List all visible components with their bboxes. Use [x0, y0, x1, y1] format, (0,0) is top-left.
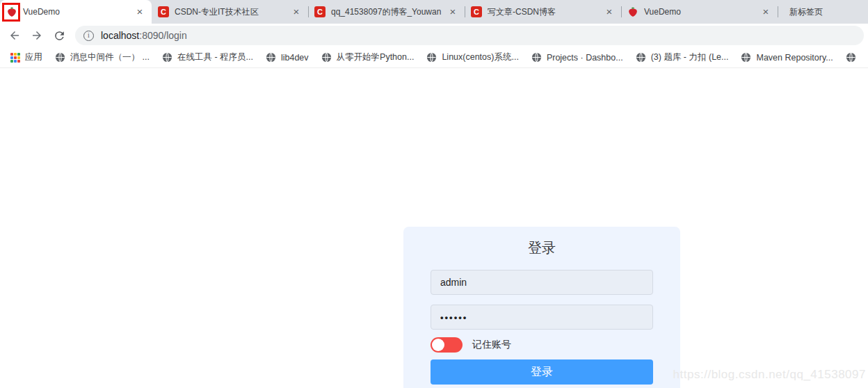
bookmark-item[interactable]: lib4dev	[259, 52, 315, 63]
globe-icon	[531, 52, 542, 63]
apps-shortcut[interactable]: 应用	[4, 51, 49, 63]
tab-strip: VueDemo × C CSDN-专业IT技术社区 × C qq_4153809…	[0, 0, 868, 24]
remember-toggle[interactable]	[431, 337, 463, 353]
remember-label: 记住账号	[472, 339, 511, 351]
url-text[interactable]: localhost:8090/login	[101, 30, 187, 41]
globe-icon	[162, 52, 172, 63]
tab-vuedemo-2[interactable]: VueDemo ×	[621, 0, 778, 24]
close-tab-icon[interactable]: ×	[604, 6, 615, 17]
bookmark-item[interactable]: 消息中间件（一） ...	[49, 51, 156, 63]
globe-icon	[321, 52, 332, 63]
tab-title: VueDemo	[644, 7, 757, 17]
globe-icon	[426, 52, 437, 63]
bookmark-item[interactable]: Projects · Dashbo...	[525, 52, 629, 63]
login-page: 登录 记住账号 登录 https://blog.csdn.net/qq_4153…	[0, 68, 868, 388]
toggle-knob-icon	[432, 339, 444, 351]
bookmark-label: 从零开始学Python...	[337, 51, 415, 63]
close-tab-icon[interactable]: ×	[291, 6, 302, 17]
forward-button[interactable]	[28, 26, 46, 45]
close-tab-icon[interactable]: ×	[447, 6, 458, 17]
globe-icon	[266, 52, 276, 63]
url-host: localhost	[101, 30, 139, 41]
back-button[interactable]	[6, 26, 24, 45]
tab-title: CSDN-专业IT技术社区	[175, 6, 288, 18]
login-title: 登录	[431, 239, 653, 256]
bookmark-label: Linux(centos)系统...	[442, 51, 518, 63]
annotation-box	[2, 3, 20, 22]
bookmark-label: Projects · Dashbo...	[547, 53, 623, 63]
tab-title: 新标签页	[789, 6, 862, 18]
page-info-icon[interactable]: i	[83, 31, 94, 41]
close-tab-icon[interactable]: ×	[760, 6, 771, 17]
globe-icon	[55, 52, 65, 63]
tab-title: VueDemo	[23, 7, 131, 17]
bookmark-item[interactable]: Maven Repository...	[734, 52, 839, 63]
tab-csdn-community[interactable]: C CSDN-专业IT技术社区 ×	[152, 0, 308, 24]
tab-new-tab[interactable]: 新标签页	[778, 0, 868, 24]
username-input[interactable]	[431, 270, 653, 295]
password-input[interactable]	[431, 305, 653, 330]
strawberry-favicon-icon	[6, 6, 17, 17]
strawberry-favicon-icon	[627, 6, 638, 17]
login-card: 登录 记住账号 登录	[403, 227, 680, 388]
csdn-icon: C	[158, 6, 169, 17]
bookmark-item[interactable]: Linux(centos)系统...	[420, 51, 524, 63]
reload-button[interactable]	[50, 26, 68, 45]
apps-label: 应用	[25, 51, 42, 63]
bookmark-item[interactable]: 在线工具 - 程序员...	[156, 51, 259, 63]
tab-qq-blog[interactable]: C qq_41538097的博客_Youwan ×	[308, 0, 465, 24]
browser-toolbar: i localhost:8090/login	[0, 24, 868, 47]
bookmark-item[interactable]: (3) 题库 - 力扣 (Le...	[629, 51, 735, 63]
bookmark-label: (3) 题库 - 力扣 (Le...	[651, 51, 729, 63]
address-bar[interactable]: i localhost:8090/login	[75, 26, 864, 45]
bookmark-label: lib4dev	[281, 53, 309, 63]
csdn-icon: C	[314, 6, 326, 17]
globe-icon	[741, 52, 751, 63]
url-path: :8090/login	[139, 30, 187, 41]
close-tab-icon[interactable]: ×	[134, 6, 145, 17]
bookmark-label: 消息中间件（一） ...	[70, 51, 150, 63]
login-button[interactable]: 登录	[431, 359, 653, 385]
bookmark-item[interactable]	[839, 52, 867, 63]
tab-title: qq_41538097的博客_Youwan	[331, 6, 444, 18]
globe-icon	[636, 52, 646, 63]
tab-write-article[interactable]: C 写文章-CSDN博客 ×	[465, 0, 621, 24]
bookmark-label: Maven Repository...	[756, 53, 833, 63]
tab-title: 写文章-CSDN博客	[488, 6, 601, 18]
bookmark-label: 在线工具 - 程序员...	[177, 51, 253, 63]
tab-vuedemo-active[interactable]: VueDemo ×	[0, 0, 152, 24]
remember-row: 记住账号	[431, 337, 653, 353]
csdn-icon: C	[471, 6, 482, 17]
bookmark-item[interactable]: 从零开始学Python...	[315, 51, 421, 63]
globe-icon	[846, 52, 856, 63]
bookmarks-bar: 应用 消息中间件（一） ... 在线工具 - 程序员...	[0, 47, 868, 68]
watermark-text: https://blog.csdn.net/qq_41538097	[673, 368, 866, 382]
apps-grid-icon	[10, 53, 20, 63]
